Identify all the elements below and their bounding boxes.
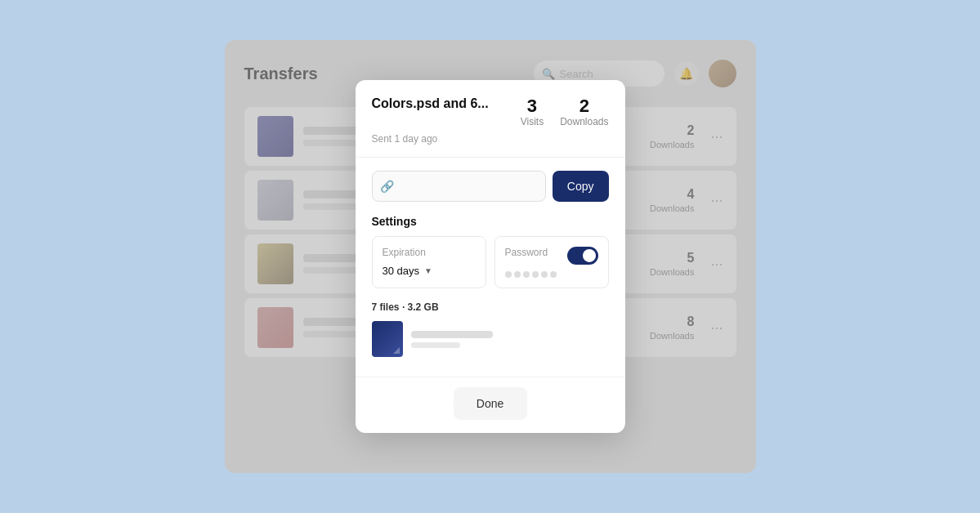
settings-section: Settings Expiration 30 days ▼ Password (372, 215, 609, 288)
files-header: 7 files · 3.2 GB (372, 301, 609, 313)
expiration-value-row[interactable]: 30 days ▼ (383, 265, 476, 277)
visits-label: Visits (521, 116, 544, 127)
dropdown-arrow-icon: ▼ (424, 266, 432, 275)
copy-button[interactable]: Copy (553, 171, 609, 202)
modal-subtitle: Sent 1 day ago (372, 133, 438, 145)
file-name-bar (411, 331, 493, 338)
link-row: 🔗 Copy (372, 171, 609, 202)
downloads-number: 2 (579, 96, 589, 116)
files-count: 7 files (372, 301, 400, 313)
password-toggle[interactable] (567, 247, 598, 265)
password-card: Password (494, 236, 609, 288)
password-dot (532, 271, 539, 278)
modal-body: 🔗 Copy Settings Expiration 30 days ▼ (356, 158, 625, 377)
app-window: Transfers 🔍 Search 🔔 2 Downloads (225, 40, 756, 473)
modal-title: Colors.psd and 6... (372, 96, 521, 111)
password-dots (505, 271, 598, 278)
link-icon: 🔗 (380, 180, 394, 193)
password-dot (541, 271, 548, 278)
expiration-label: Expiration (383, 247, 476, 258)
downloads-stat: 2 Downloads (560, 96, 608, 127)
files-section: 7 files · 3.2 GB (372, 301, 609, 357)
settings-title: Settings (372, 215, 609, 228)
expiration-value: 30 days (383, 265, 420, 277)
visits-number: 3 (527, 96, 537, 116)
file-info (411, 331, 493, 348)
file-thumbnail (372, 321, 403, 357)
file-item (372, 321, 609, 357)
expiration-card: Expiration 30 days ▼ (372, 236, 486, 288)
settings-cards: Expiration 30 days ▼ Password (372, 236, 609, 288)
link-input[interactable] (372, 171, 546, 202)
done-button[interactable]: Done (454, 387, 527, 420)
password-dot (523, 271, 530, 278)
password-dot (550, 271, 557, 278)
modal-header: Colors.psd and 6... 3 Visits 2 Downloads… (356, 80, 625, 158)
modal-title-row: Colors.psd and 6... 3 Visits 2 Downloads (372, 96, 609, 127)
modal-stats: 3 Visits 2 Downloads (521, 96, 609, 127)
modal-footer: Done (356, 377, 625, 433)
visits-stat: 3 Visits (521, 96, 544, 127)
link-input-wrapper: 🔗 (372, 171, 546, 202)
share-modal: Colors.psd and 6... 3 Visits 2 Downloads… (356, 80, 625, 433)
file-size-bar (411, 342, 460, 348)
password-dot (505, 271, 512, 278)
downloads-label: Downloads (560, 116, 608, 127)
password-header: Password (505, 247, 598, 265)
password-label: Password (505, 247, 548, 258)
file-corner-fold (393, 347, 400, 354)
files-size: 3.2 GB (408, 301, 439, 313)
toggle-knob (583, 249, 596, 262)
password-dot (514, 271, 521, 278)
